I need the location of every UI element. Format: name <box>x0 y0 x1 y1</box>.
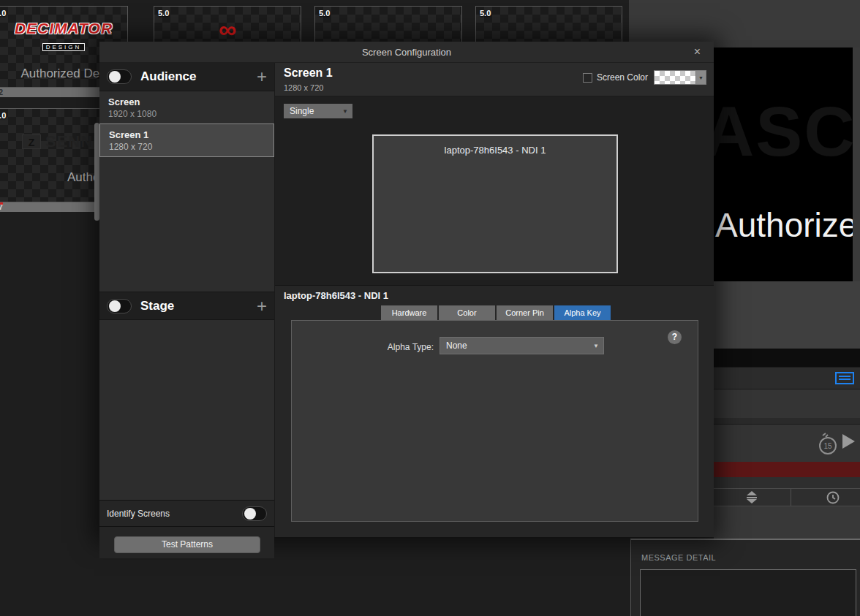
media-grid-scrollbar[interactable] <box>94 123 99 221</box>
version-badge: 5.0 <box>319 9 330 18</box>
panel-gap <box>714 418 860 424</box>
timer-button[interactable] <box>791 489 860 506</box>
add-stage-screen-button[interactable]: + <box>257 299 267 313</box>
stage-section-title: Stage <box>140 299 257 313</box>
dialog-titlebar[interactable]: Screen Configuration × <box>99 42 714 63</box>
tab-hardware[interactable]: Hardware <box>381 305 437 320</box>
message-detail-panel: MESSAGE DETAIL <box>630 539 860 616</box>
test-patterns-row: Test Patterns <box>99 526 274 558</box>
screens-sidebar: Audience + Screen 1920 x 1080 Screen 1 1… <box>99 63 275 537</box>
alpha-type-select[interactable]: None ▼ <box>440 337 604 354</box>
tab-color[interactable]: Color <box>439 305 495 320</box>
panel-toolbar <box>714 488 860 506</box>
version-badge: 5.0 <box>158 9 169 18</box>
tab-corner-pin[interactable]: Corner Pin <box>497 305 553 320</box>
screen-color-dropdown-arrow[interactable]: ▼ <box>696 70 706 85</box>
caption-marker <box>0 202 3 205</box>
slide-background-text: ASC <box>714 91 853 172</box>
screen-list-item-selected[interactable]: Screen 1 1280 x 720 <box>99 123 274 157</box>
audience-section-header: Audience + <box>99 63 274 91</box>
test-patterns-button[interactable]: Test Patterns <box>114 536 260 553</box>
screen-configuration-dialog: Screen Configuration × Audience + Screen… <box>99 42 714 537</box>
message-detail-textarea[interactable] <box>640 569 856 616</box>
notes-icon[interactable] <box>835 372 854 384</box>
version-badge: 5.0 <box>480 9 491 18</box>
alert-red-bar <box>714 462 860 477</box>
alpha-type-label: Alpha Type: <box>292 342 434 352</box>
identify-screens-toggle[interactable] <box>242 506 267 521</box>
version-badge: 5.0 <box>0 111 6 120</box>
slide-preview-margin <box>853 47 860 281</box>
application-window: 5.0 DECIMATOR DESIGN Authorized Dea 2 5.… <box>0 0 860 616</box>
transport-row: 15 <box>714 424 860 462</box>
screen-resolution: 1280 x 720 <box>284 83 323 92</box>
panel-spacer <box>714 477 860 488</box>
screen-preview[interactable]: laptop-78h6I543 - NDI 1 <box>372 134 618 273</box>
message-detail-header: MESSAGE DETAIL <box>641 553 716 562</box>
help-icon[interactable]: ? <box>668 330 682 344</box>
panel-gray-section <box>714 281 860 349</box>
layout-select[interactable]: Single ▼ <box>284 104 352 118</box>
slide-preview[interactable]: ASC Authorized <box>714 47 853 281</box>
play-icon[interactable] <box>842 434 855 449</box>
audience-toggle[interactable] <box>107 69 132 84</box>
stage-toggle[interactable] <box>107 299 132 313</box>
version-badge: 5.0 <box>0 9 6 18</box>
chevron-down-icon: ▼ <box>589 343 603 349</box>
preview-source-label: laptop-78h6I543 - NDI 1 <box>374 145 616 156</box>
identify-screens-row: Identify Screens <box>99 500 274 526</box>
svg-text:15: 15 <box>823 442 832 450</box>
panel-black-bar <box>714 349 860 367</box>
slide-notes-row[interactable] <box>714 367 860 389</box>
source-row: laptop-78h6I543 - NDI 1 <box>275 285 714 305</box>
slide-foreground-text: Authorized <box>715 205 853 245</box>
sort-arrows-icon <box>746 491 758 503</box>
add-audience-screen-button[interactable]: + <box>257 69 267 84</box>
panel-row <box>714 389 860 418</box>
toggle-knob <box>109 71 121 83</box>
screen-list-item[interactable]: Screen 1920 x 1080 <box>99 91 274 123</box>
screen-settings-pane: Screen 1 1280 x 720 Screen Color ▼ Singl… <box>275 63 714 537</box>
right-panel: ASC Authorized 15 <box>714 40 860 543</box>
screen-color-swatch[interactable] <box>654 70 696 85</box>
screen-color-label: Screen Color <box>597 72 648 83</box>
screen-layout-area: Single ▼ laptop-78h6I543 - NDI 1 <box>275 96 714 285</box>
screen-header: Screen 1 1280 x 720 Screen Color ▼ <box>275 63 714 96</box>
top-right-panel-area <box>629 0 860 42</box>
toggle-knob <box>244 508 256 520</box>
close-icon[interactable]: × <box>694 45 701 58</box>
toggle-knob <box>109 300 121 312</box>
dialog-title: Screen Configuration <box>362 47 451 58</box>
screen-title: Screen 1 <box>284 66 333 80</box>
clock-icon <box>826 491 840 504</box>
tab-alpha-key[interactable]: Alpha Key <box>554 305 611 320</box>
timer-icon[interactable]: 15 <box>816 432 840 457</box>
screen-color-checkbox[interactable] <box>583 73 592 83</box>
chevron-down-icon: ▼ <box>338 108 352 115</box>
settings-tabs: Hardware Color Corner Pin Alpha Key <box>275 305 714 320</box>
panel-lower-strip <box>714 506 860 539</box>
identify-screens-label: Identify Screens <box>107 509 242 519</box>
source-name: laptop-78h6I543 - NDI 1 <box>284 290 388 301</box>
stage-section-header: Stage + <box>99 292 274 320</box>
sort-button[interactable] <box>714 489 791 506</box>
audience-section-title: Audience <box>140 69 257 84</box>
alpha-key-panel: Alpha Type: None ▼ ? <box>291 320 698 522</box>
screen-color-group: Screen Color ▼ <box>583 70 706 85</box>
